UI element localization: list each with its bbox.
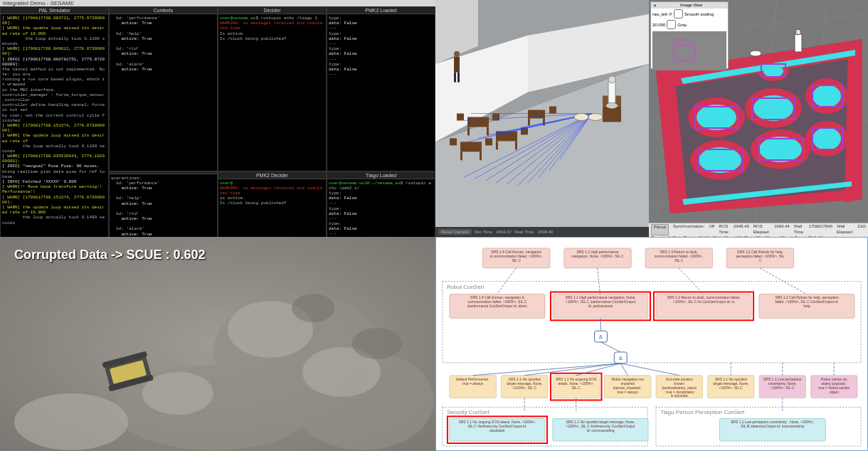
terminal-panel-title: PMK2 Loaded <box>327 7 435 14</box>
consert-node[interactable]: SRS 1.2 Call Robots for help,perception … <box>726 248 793 268</box>
svg-text:SRS 1.1 Low perception: SRS 1.1 Low perception <box>763 378 802 381</box>
svg-point-48 <box>588 114 603 121</box>
gazebo-status-bar: Reset Camera Sim Time: 2943.67 Real Time… <box>435 227 649 237</box>
close-icon[interactable]: ✕ <box>653 3 657 8</box>
terminal-panel[interactable]: Contexts bd: 'performance' active: True … <box>109 6 218 171</box>
svg-line-205 <box>679 268 704 295</box>
svg-text:SRS 1.4 Call Human, navigation: SRS 1.4 Call Human, navigation & <box>470 296 524 299</box>
svg-text:id: performance: id: performance <box>588 304 613 308</box>
svg-text:<100%>, SIL C  /performance  C: <100%>, SIL C /performance ConSertOutput <box>566 300 636 304</box>
svg-rect-24 <box>485 138 492 145</box>
svg-point-73 <box>813 85 841 107</box>
smooth-scaling-checkbox[interactable] <box>674 9 683 18</box>
svg-point-85 <box>750 51 761 56</box>
terminal-window-titlebar[interactable]: Integrated Demo - SESAME <box>0 0 435 6</box>
status-label: Off <box>709 224 714 235</box>
svg-rect-13 <box>460 152 462 160</box>
svg-rect-9 <box>467 117 489 127</box>
svg-line-139 <box>600 342 620 352</box>
status-value: ROS Time: <box>719 224 729 235</box>
consert-node[interactable]: SRS 1.1 No spoofedtarget message, None,<… <box>501 376 548 398</box>
svg-text:Robot carries an: Robot carries an <box>821 378 847 381</box>
zoom-value[interactable]: 20.000 <box>652 23 665 27</box>
svg-text:SRS 1.3 Return to dock, commun: SRS 1.3 Return to dock, communication fa… <box>667 296 741 299</box>
consert-node[interactable]: SRS 1.1 High performancenavigation, None… <box>564 248 631 268</box>
svg-point-72 <box>759 137 802 162</box>
sim-canvas[interactable] <box>435 0 649 227</box>
svg-point-84 <box>795 29 801 35</box>
window-title: Integrated Demo - SESAME <box>3 0 74 6</box>
svg-point-6 <box>454 51 460 57</box>
svg-text:Robot navigation not: Robot navigation not <box>612 378 645 381</box>
svg-text:SIL C: SIL C <box>572 386 581 390</box>
svg-text:dosattack: dosattack <box>489 429 505 433</box>
svg-text:SRS 1.1 No spoofed: SRS 1.1 No spoofed <box>509 378 541 381</box>
svg-text:attack, None, <100%>,: attack, None, <100%>, <box>559 382 594 386</box>
terminal-panel-title: Decider <box>218 7 326 14</box>
terminal-composite-panel: Integrated Demo - SESAME PAL Simulator[ … <box>0 0 435 237</box>
svg-rect-22 <box>492 114 499 121</box>
consert-node[interactable]: SRS 1.2 Call Robots for help, perception… <box>759 294 854 318</box>
terminal-panel[interactable]: Decideruser@sesame_ws$ rostopic echo /ti… <box>218 6 327 171</box>
consert-node[interactable]: SRS 1.1 No spoofed target message, None,… <box>553 418 648 441</box>
real-time-label: Real Time: <box>514 230 535 234</box>
terminal-panel[interactable]: PMK2 Loadedtype: data: False --- type: d… <box>327 6 435 171</box>
consert-node[interactable]: Default Performance :true = always <box>450 376 497 398</box>
svg-text:target message, None,: target message, None, <box>507 382 542 386</box>
consert-node[interactable]: SRS 1.4 Call Human, navigation& communic… <box>483 248 550 268</box>
svg-text:true = Robot carries: true = Robot carries <box>818 386 850 390</box>
svg-text:Security ConSert: Security ConSert <box>447 409 490 415</box>
consert-node[interactable]: SRS 1.1 Low perception uncertainty , Non… <box>719 418 825 441</box>
svg-point-50 <box>608 76 615 83</box>
rviz-panel: ✕ Image View raw_left ⟳ Smooth scaling 2… <box>649 0 868 237</box>
corrupted-camera-view: Corrupted Data -> SCUE : 0.602 <box>0 237 435 451</box>
image-view-subwindow[interactable]: ✕ Image View raw_left ⟳ Smooth scaling 2… <box>650 1 729 69</box>
image-preview-label: 80,000 <box>675 37 686 41</box>
topic-select[interactable]: raw_left <box>652 12 667 16</box>
consert-node[interactable]: Robot carries anobject /payload :true = … <box>811 376 858 398</box>
svg-text:SRS 1.1 No ongoing DOS: SRS 1.1 No ongoing DOS <box>556 378 597 381</box>
terminal-output: user@sesame_ws$ rostopic echo /tiago 1 W… <box>218 14 326 171</box>
svg-point-51 <box>606 103 618 109</box>
consert-node[interactable]: SRS 1.3 Return to dock,communication fai… <box>645 248 712 268</box>
consert-node[interactable]: SRS 1.1 High performance navigation, Non… <box>551 292 650 320</box>
scue-overlay-text: Corrupted Data -> SCUE : 0.602 <box>14 248 206 262</box>
sim-time-value: 2943.67 <box>496 230 512 234</box>
svg-text:/performance  ConSertOutput  i: /performance ConSertOutput id: alarm <box>467 304 527 308</box>
svg-rect-116 <box>443 282 861 363</box>
consert-node[interactable]: Robot navigation notimpaired /parnav_imp… <box>604 376 651 398</box>
svg-text:<100%>, SIL C: <100%>, SIL C <box>512 386 536 390</box>
consert-node[interactable]: SRS 1.4 Call Human, navigation &communic… <box>450 294 545 318</box>
svg-text:true = always: true = always <box>618 391 639 394</box>
status-value: Synchronization: <box>673 224 704 235</box>
svg-text:SRS 1.1 High performance: SRS 1.1 High performance <box>576 250 618 254</box>
consert-node[interactable]: SRS 1.1 Low perceptionuncertainty, None,… <box>759 376 806 398</box>
consert-node[interactable]: SRS 1.1 No ongoing DOSattack, None, <100… <box>551 373 602 400</box>
svg-text:SRS 1.3 Return to dock,: SRS 1.3 Return to dock, <box>660 250 698 254</box>
image-view-toolbar-2: 20.000 Gray <box>651 19 728 30</box>
svg-text:SRS 1.1 Low perception uncerta: SRS 1.1 Low perception uncertainty , Non… <box>731 420 815 424</box>
consert-node[interactable]: Accurate positionknown /parlocalization_… <box>656 376 703 398</box>
svg-text:<100%>, SIL C: <100%>, SIL C <box>719 386 743 390</box>
gray-checkbox[interactable] <box>667 20 676 29</box>
svg-rect-12 <box>460 142 482 152</box>
svg-rect-19 <box>528 118 530 125</box>
consert-node[interactable]: SRS 1.1 No spoofedtarget message, None,<… <box>707 376 754 398</box>
status-label[interactable]: Pause <box>651 224 669 235</box>
terminal-panel-title: TIago Loaded <box>327 172 435 179</box>
reset-camera-button[interactable]: Reset Camera <box>438 229 472 235</box>
svg-rect-5 <box>454 57 460 73</box>
terminal-panel-title: PMK2 Decider <box>218 172 326 179</box>
consert-node[interactable]: SRS 1.3 Return to dock, communication fa… <box>654 292 753 320</box>
sim-time-label: Sim Time: <box>475 230 494 234</box>
refresh-icon[interactable]: ⟳ <box>669 11 672 16</box>
consert-node[interactable]: SRS 1.1 No ongoing DOS attack, None, <10… <box>448 416 547 443</box>
terminal-output: bd: 'performance' active: True bd: 'help… <box>110 14 217 171</box>
svg-text:id: commspoofing: id: commspoofing <box>587 429 615 433</box>
status-label: 2948.49 <box>734 224 749 235</box>
gazebo-3d-view[interactable]: Reset Camera Sim Time: 2943.67 Real Time… <box>435 0 649 237</box>
image-view-titlebar[interactable]: ✕ Image View <box>651 2 728 9</box>
terminal-panel-title: PAL Simulator <box>1 7 108 14</box>
consert-diagram[interactable]: SRS 1.4 Call Human, navigation& communic… <box>435 237 868 451</box>
image-view-title: Image View <box>680 3 702 8</box>
